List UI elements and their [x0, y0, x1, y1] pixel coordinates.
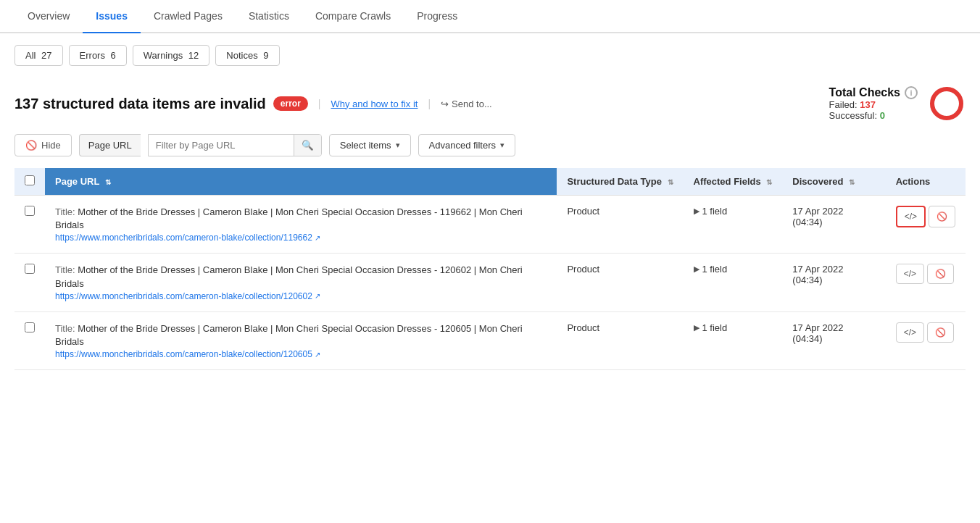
row-discovered: 17 Apr 2022 (04:34)	[782, 196, 885, 254]
search-icon: 🔍	[302, 140, 314, 151]
row-checkbox[interactable]	[25, 264, 35, 274]
col-page-url[interactable]: Page URL ⇅	[45, 168, 557, 196]
row-actions: </> 🚫	[886, 311, 966, 369]
view-code-button[interactable]: </>	[896, 322, 924, 343]
tabs-nav: Overview Issues Crawled Pages Statistics…	[0, 0, 980, 33]
view-code-button[interactable]: </>	[896, 206, 926, 227]
send-to-icon: ↪	[441, 99, 449, 109]
svg-point-1	[932, 89, 961, 118]
row-discovered: 17 Apr 2022 (04:34)	[782, 254, 885, 311]
issues-table: Page URL ⇅ Structured Data Type ⇅ Affect…	[0, 168, 980, 370]
table-row: Title: Mother of the Bride Dresses | Cam…	[14, 196, 966, 254]
row-page-url: Title: Mother of the Bride Dresses | Cam…	[45, 311, 557, 369]
row-affected-fields: ▶ 1 field	[684, 196, 783, 254]
tab-compare-crawls[interactable]: Compare Crawls	[302, 0, 404, 33]
row-page-url: Title: Mother of the Bride Dresses | Cam…	[45, 254, 557, 311]
expand-arrow-icon[interactable]: ▶	[694, 323, 699, 332]
divider: |	[318, 98, 321, 109]
row-checkbox-cell	[14, 254, 45, 311]
page-link[interactable]: https://www.moncheribridals.com/cameron-…	[55, 349, 320, 359]
page-link[interactable]: https://www.moncheribridals.com/cameron-…	[55, 291, 320, 301]
row-structured-data-type: Product	[557, 196, 683, 254]
row-discovered: 17 Apr 2022 (04:34)	[782, 311, 885, 369]
checks-success-text: Successful: 0	[829, 110, 918, 121]
total-checks-label: Total Checks	[829, 86, 900, 99]
checks-success-value: 0	[880, 110, 885, 121]
chevron-down-icon2: ▾	[500, 141, 504, 150]
row-actions: </> 🚫	[886, 254, 966, 311]
row-checkbox[interactable]	[25, 322, 35, 332]
total-checks-box: Total Checks i Failed: 137 Successful: 0	[829, 85, 966, 122]
select-all-header	[14, 168, 45, 196]
ignore-button[interactable]: 🚫	[929, 206, 955, 227]
ignore-icon: 🚫	[937, 212, 947, 222]
row-page-url: Title: Mother of the Bride Dresses | Cam…	[45, 196, 557, 254]
select-items-button[interactable]: Select items ▾	[329, 134, 411, 156]
row-checkbox-cell	[14, 196, 45, 254]
ignore-button[interactable]: 🚫	[927, 264, 954, 284]
filter-errors[interactable]: Errors 6	[69, 45, 127, 66]
ignore-icon: 🚫	[935, 269, 946, 279]
total-checks-label-group: Total Checks i Failed: 137 Successful: 0	[829, 86, 918, 121]
advanced-filters-button[interactable]: Advanced filters ▾	[418, 134, 516, 156]
checks-failed-value: 137	[860, 99, 876, 110]
donut-chart	[928, 85, 966, 122]
tab-overview[interactable]: Overview	[14, 0, 83, 33]
info-icon[interactable]: i	[905, 86, 918, 99]
table-row: Title: Mother of the Bride Dresses | Cam…	[14, 254, 966, 311]
fix-link[interactable]: Why and how to fix it	[331, 99, 418, 109]
issue-title: 137 structured data items are invalid	[14, 96, 266, 112]
ignore-button[interactable]: 🚫	[927, 322, 954, 343]
ignore-icon: 🚫	[935, 327, 946, 338]
row-affected-fields: ▶ 1 field	[684, 254, 783, 311]
sort-icon-discovered: ⇅	[849, 178, 855, 186]
table-row: Title: Mother of the Bride Dresses | Cam…	[14, 311, 966, 369]
hide-icon: 🚫	[25, 140, 37, 151]
tab-progress[interactable]: Progress	[404, 0, 470, 33]
sort-icon-sdt: ⇅	[668, 178, 673, 186]
filter-all[interactable]: All 27	[14, 45, 63, 66]
external-link-icon: ↗	[315, 292, 320, 300]
issue-header: 137 structured data items are invalid er…	[0, 78, 980, 134]
view-code-button[interactable]: </>	[896, 264, 924, 284]
col-affected-fields[interactable]: Affected Fields ⇅	[684, 168, 783, 196]
col-actions: Actions	[886, 168, 966, 196]
send-to-button[interactable]: ↪ Send to...	[441, 99, 492, 109]
filter-badges: All 27 Errors 6 Warnings 12 Notices 9	[0, 33, 980, 78]
sort-icon-page-url: ⇅	[105, 178, 111, 186]
chevron-down-icon: ▾	[396, 141, 400, 150]
toolbar: 🚫 Hide Page URL 🔍 Select items ▾ Advance…	[0, 134, 980, 168]
row-structured-data-type: Product	[557, 311, 683, 369]
search-button[interactable]: 🔍	[294, 135, 321, 156]
tab-statistics[interactable]: Statistics	[236, 0, 302, 33]
checks-failed-text: Failed: 137	[829, 99, 918, 110]
col-discovered[interactable]: Discovered ⇅	[782, 168, 885, 196]
divider2: |	[428, 98, 431, 109]
row-structured-data-type: Product	[557, 254, 683, 311]
filter-input[interactable]	[149, 135, 294, 156]
row-checkbox[interactable]	[25, 206, 35, 216]
page-link[interactable]: https://www.moncheribridals.com/cameron-…	[55, 233, 320, 243]
hide-button[interactable]: 🚫 Hide	[14, 134, 72, 156]
row-checkbox-cell	[14, 311, 45, 369]
error-badge: error	[273, 96, 308, 111]
external-link-icon: ↗	[315, 234, 320, 242]
sort-icon-fields: ⇅	[766, 178, 772, 186]
filter-notices[interactable]: Notices 9	[215, 45, 279, 66]
filter-warnings[interactable]: Warnings 12	[133, 45, 210, 66]
tab-issues[interactable]: Issues	[83, 0, 141, 33]
tab-crawled-pages[interactable]: Crawled Pages	[141, 0, 236, 33]
row-affected-fields: ▶ 1 field	[684, 311, 783, 369]
select-all-checkbox[interactable]	[25, 175, 35, 185]
expand-arrow-icon[interactable]: ▶	[694, 264, 699, 274]
filter-input-wrap: 🔍	[148, 134, 322, 156]
expand-arrow-icon[interactable]: ▶	[694, 206, 699, 216]
row-actions: </> 🚫	[886, 196, 966, 254]
external-link-icon: ↗	[315, 351, 320, 359]
col-structured-data-type: Structured Data Type ⇅	[557, 168, 683, 196]
page-url-label: Page URL	[79, 134, 141, 156]
